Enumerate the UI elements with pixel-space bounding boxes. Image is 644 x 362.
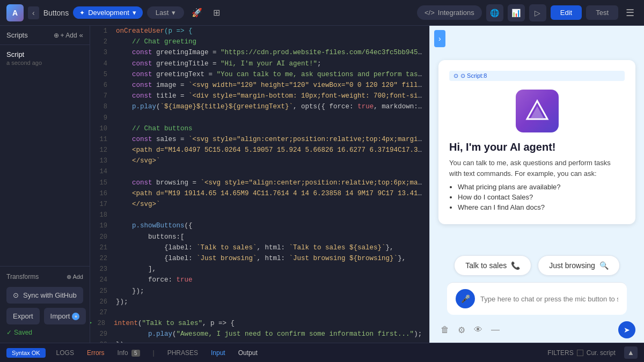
filters-checkbox[interactable]: [577, 350, 583, 356]
magic-icon: ✦: [79, 9, 85, 17]
chat-text-input[interactable]: [480, 295, 618, 303]
transforms-header: Transforms ⊕ Add: [6, 273, 83, 280]
chat-btn-label: Just browsing: [549, 261, 595, 270]
code-line-20: 20 buttons:[: [90, 232, 429, 242]
code-line-24: 24 force: true: [90, 275, 429, 285]
back-button[interactable]: ‹: [28, 6, 39, 19]
sidebar-bottom: Transforms ⊕ Add ⊙ Sync with GitHub Expo…: [0, 266, 90, 343]
agent-logo: [516, 90, 559, 132]
tab-errors[interactable]: Errors: [85, 348, 107, 358]
add-transform-button[interactable]: ⊕ Add: [67, 274, 83, 280]
filters-section: FILTERS Cur. script: [547, 349, 615, 357]
send-button[interactable]: ➤: [618, 321, 635, 338]
github-label: Sync with GitHub: [23, 291, 77, 299]
sidebar: Scripts ⊕ + Add « Script a second ago Tr…: [0, 26, 90, 343]
chevron-down-icon: ▾: [133, 9, 136, 17]
chat-greeting: Hi, I'm your AI agent!: [449, 141, 625, 153]
code-line-13: 13 </svg>`: [90, 156, 429, 166]
code-line-7: 7 const title = `<div style="margin-bott…: [90, 91, 429, 101]
eye-icon-btn[interactable]: 👁: [472, 323, 485, 337]
dev-dropdown[interactable]: ✦ Development ▾: [73, 6, 143, 19]
chat-btn-label: Talk to sales: [465, 261, 507, 270]
code-line-4: 4 const greetingTitle = "Hi, I'm your AI…: [90, 58, 429, 69]
code-line-2: 2 // Chat greeting: [90, 36, 429, 47]
code-line-30: 30 });: [90, 339, 429, 343]
scripts-section-title: Scripts: [6, 31, 28, 39]
trash-icon-btn[interactable]: 🗑: [438, 323, 451, 337]
code-line-26: 26 });: [90, 297, 429, 307]
add-script-button[interactable]: ⊕ + Add: [54, 32, 77, 39]
chat-input-wrapper: 🎤: [430, 282, 644, 321]
code-line-16: 16 <path d="M19 19l14.65 14.65M9 4C11.76…: [90, 188, 429, 199]
code-line-14: 14: [90, 166, 429, 177]
code-line-25: 25 });: [90, 286, 429, 297]
code-line-29: 29 p.play("Awesome, I just need to confi…: [90, 329, 429, 339]
dot-icon: ⊙: [453, 72, 458, 79]
chat-panel: › ⊙ ⊙ Script:8 Hi, I'm your AI agent!: [429, 26, 644, 343]
integrations-button[interactable]: </> Integrations: [417, 5, 482, 20]
mic-button[interactable]: 🎤: [456, 289, 475, 308]
list-item: What pricing plans are available?: [458, 183, 625, 191]
info-label: Info: [118, 349, 128, 357]
script-name: Script: [6, 50, 83, 58]
scroll-up-button[interactable]: ▲: [624, 346, 638, 359]
tab-info[interactable]: Info 5: [115, 348, 142, 358]
code-line-9: 9: [90, 113, 429, 123]
code-line-22: 22 {label: `Just browsing`, html: `Just …: [90, 253, 429, 264]
code-line-23: 23 ],: [90, 264, 429, 275]
chat-desc: You can talk to me, ask questions and pe…: [449, 158, 625, 179]
code-line-15: 15 const browsing = `<svg style="align:c…: [90, 178, 429, 188]
chat-input-area: 🎤: [447, 282, 627, 315]
last-dropdown[interactable]: Last ▾: [147, 6, 185, 19]
tab-output[interactable]: Output: [236, 348, 260, 358]
clone-icon-btn[interactable]: ⊞: [210, 4, 223, 21]
github-sync-button[interactable]: ⊙ Sync with GitHub: [6, 287, 83, 304]
chat-expand-button[interactable]: ›: [434, 30, 445, 47]
code-line-6: 6 const image = `<svg width="120" height…: [90, 80, 429, 91]
app-logo: A: [6, 4, 24, 21]
talk-to-sales-button[interactable]: Talk to sales 📞: [454, 255, 531, 276]
export-button[interactable]: Export: [6, 308, 40, 324]
saved-label: Saved: [14, 329, 32, 336]
play-icon-btn[interactable]: 🚀: [188, 4, 206, 21]
code-line-5: 5 const greetingText = "You can talk to …: [90, 69, 429, 80]
chat-card: ⊙ ⊙ Script:8 Hi, I'm your AI agent! You …: [438, 60, 635, 224]
tab-phrases[interactable]: PHRASES: [165, 348, 200, 358]
chart-icon-btn[interactable]: 📊: [508, 4, 525, 21]
code-editor[interactable]: 1 onCreateUser(p => { 2 // Chat greeting…: [90, 26, 429, 343]
code-line-10: 10 // Chat buttons: [90, 123, 429, 134]
search-icon: 🔍: [599, 261, 609, 270]
dev-label: Development: [88, 9, 129, 17]
github-icon: ⊙: [13, 291, 19, 299]
menu-button[interactable]: ☰: [623, 4, 638, 22]
checkmark-icon: ✓: [6, 329, 12, 336]
just-browsing-button[interactable]: Just browsing 🔍: [538, 255, 620, 276]
settings-icon-btn[interactable]: ⚙: [456, 323, 467, 337]
phone-icon: 📞: [511, 261, 520, 270]
dash-icon-btn[interactable]: —: [489, 323, 502, 337]
tab-input[interactable]: Input: [209, 348, 228, 358]
chat-list: What pricing plans are available? How do…: [458, 183, 625, 211]
bottombar: Syntax OK LOGS Errors Info 5 | PHRASES I…: [0, 343, 644, 362]
list-item: Where can I find Alan docs?: [458, 203, 625, 211]
script-badge: ⊙ ⊙ Script:8: [449, 71, 625, 81]
code-line-1: 1 onCreateUser(p => {: [90, 26, 429, 36]
sidebar-actions: ⊕ + Add «: [54, 31, 83, 39]
code-icon: </>: [425, 9, 435, 17]
list-item: How do I contact Sales?: [458, 193, 625, 201]
topbar: A ‹ Buttons ✦ Development ▾ Last ▾ 🚀 ⊞ <…: [0, 0, 644, 26]
globe-icon-btn[interactable]: 🌐: [486, 4, 503, 21]
alan-logo-svg: [525, 99, 550, 123]
tab-logs[interactable]: LOGS: [54, 348, 76, 358]
play-circle-icon-btn[interactable]: ▷: [529, 4, 546, 21]
syntax-status[interactable]: Syntax OK: [6, 348, 46, 358]
test-button[interactable]: Test: [586, 5, 618, 20]
import-button[interactable]: Import ●: [44, 308, 86, 324]
edit-button[interactable]: Edit: [551, 5, 582, 20]
chevron-down-icon: ▾: [172, 9, 175, 17]
saved-status: ✓ Saved: [6, 329, 83, 336]
script-item[interactable]: Script a second ago: [0, 45, 90, 71]
code-line-18: 18: [90, 210, 429, 220]
collapse-button[interactable]: «: [79, 31, 83, 39]
transforms-title: Transforms: [6, 273, 39, 280]
